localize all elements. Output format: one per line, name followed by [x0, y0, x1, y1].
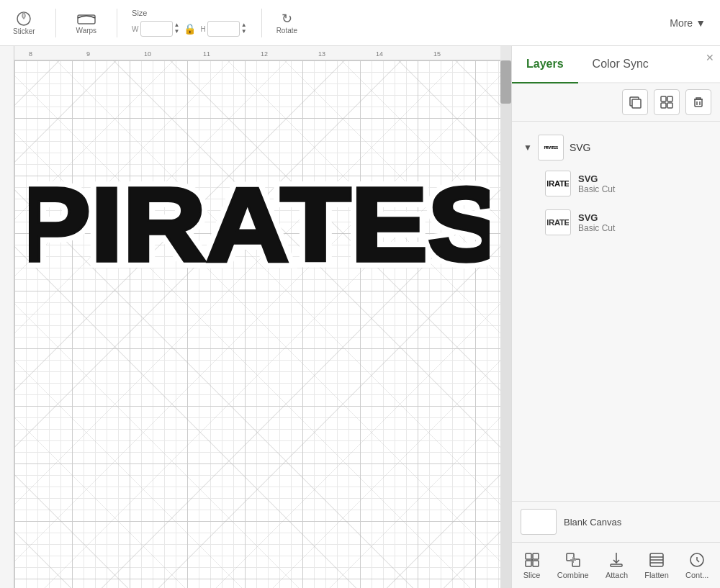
layer-1-thumbnail: PIRATES [545, 171, 571, 196]
svg-rect-7 [661, 96, 666, 101]
vertical-scrollbar[interactable] [500, 60, 511, 588]
svg-rect-10 [667, 103, 672, 108]
panel-close-icon[interactable]: ✕ [706, 52, 714, 63]
blank-canvas-thumbnail [521, 509, 557, 535]
more-button[interactable]: More ▼ [670, 17, 706, 29]
separator-3 [261, 9, 262, 37]
svg-text:PIRATES: PIRATES [547, 218, 569, 227]
svg-rect-17 [533, 553, 539, 559]
layer-2-thumbnail: PIRATES [545, 209, 571, 235]
group-layer-button[interactable] [654, 89, 680, 115]
cont-button[interactable]: Cont... [680, 548, 714, 582]
height-input[interactable] [207, 21, 240, 37]
layer-list: ▼ PIRATES SVG PIRATES SVG Basic Cut [512, 122, 720, 501]
rotate-tool[interactable]: ↻ Rotate [276, 11, 297, 35]
panel-tabs: Layers Color Sync ✕ [512, 46, 720, 83]
svg-rect-16 [526, 553, 531, 559]
canvas-area[interactable]: 8 9 10 11 12 13 14 15 [0, 46, 511, 588]
combine-label: Combine [557, 571, 589, 579]
add-layer-button[interactable] [622, 89, 648, 115]
svg-rect-9 [661, 103, 666, 108]
svg-text:PIRATES: PIRATES [547, 179, 569, 188]
svg-text:PIRATES: PIRATES [29, 167, 490, 283]
layer-group-svg[interactable]: ▼ PIRATES SVG [519, 129, 713, 166]
width-input-group: W ▲ ▼ [132, 21, 179, 37]
layer-1-info: SVG Basic Cut [578, 173, 615, 194]
ruler-vertical [0, 46, 14, 588]
color-sync-tab-label: Color Sync [593, 58, 649, 70]
size-label: Size [132, 9, 247, 17]
separator-1 [55, 9, 56, 37]
layer-2-info: SVG Basic Cut [578, 212, 615, 233]
pirates-design[interactable]: PIRATES PIRATES PIRATES [29, 140, 482, 298]
layer-2-title: SVG [578, 212, 615, 223]
svg-rect-8 [667, 96, 672, 101]
ruler-horizontal: 8 9 10 11 12 13 14 15 [0, 46, 500, 60]
attach-button[interactable]: Attach [600, 548, 634, 582]
more-chevron-icon: ▼ [696, 17, 706, 29]
lock-icon[interactable]: 🔒 [184, 23, 196, 35]
warp-tool[interactable]: Warps [71, 11, 103, 35]
ruler-marks: 8 9 10 11 12 13 14 15 [14, 46, 500, 60]
bottom-toolbar: Slice Combine Attach [512, 542, 720, 588]
blank-canvas-label: Blank Canvas [564, 517, 621, 528]
cont-label: Cont... [685, 571, 708, 579]
scrollbar-thumb[interactable] [500, 60, 511, 104]
slice-label: Slice [523, 571, 541, 579]
layers-tab-label: Layers [526, 58, 564, 70]
design-canvas[interactable]: PIRATES PIRATES PIRATES [14, 60, 500, 588]
layer-1-title: SVG [578, 173, 615, 184]
more-label: More [670, 17, 693, 29]
layer-children: PIRATES SVG Basic Cut PIRATES [541, 166, 713, 240]
delete-layer-button[interactable] [685, 89, 711, 115]
layer-item-1[interactable]: PIRATES SVG Basic Cut [541, 166, 713, 201]
group-name-label: SVG [570, 142, 591, 153]
combine-button[interactable]: Combine [552, 548, 595, 582]
layer-2-subtitle: Basic Cut [578, 223, 615, 233]
rotate-label: Rotate [276, 27, 297, 35]
group-thumbnail: PIRATES [538, 135, 564, 160]
svg-rect-6 [632, 99, 641, 108]
flatten-label: Flatten [644, 571, 669, 579]
width-down-arrow[interactable]: ▼ [174, 29, 180, 35]
tab-color-sync[interactable]: Color Sync [578, 46, 663, 82]
main-area: 8 9 10 11 12 13 14 15 [0, 46, 720, 588]
attach-label: Attach [606, 571, 628, 579]
right-panel: Layers Color Sync ✕ [511, 46, 720, 588]
width-input[interactable] [140, 21, 173, 37]
height-down-arrow[interactable]: ▼ [241, 29, 247, 35]
slice-button[interactable]: Slice [518, 548, 546, 582]
blank-canvas-section: Blank Canvas [512, 501, 720, 542]
warp-label: Warps [76, 27, 97, 35]
svg-rect-18 [526, 561, 531, 566]
separator-2 [117, 9, 117, 37]
sticker-label: Sticker [13, 27, 35, 35]
svg-rect-11 [695, 99, 702, 107]
group-chevron-icon: ▼ [523, 143, 532, 153]
height-input-group: H ▲ ▼ [200, 21, 246, 37]
layer-item-2[interactable]: PIRATES SVG Basic Cut [541, 205, 713, 240]
svg-rect-24 [611, 564, 622, 566]
svg-rect-19 [533, 561, 539, 566]
tab-layers[interactable]: Layers [512, 46, 578, 82]
layer-1-subtitle: Basic Cut [578, 184, 615, 194]
layer-toolbar [512, 83, 720, 122]
sticker-tool[interactable]: Sticker [7, 10, 41, 35]
flatten-button[interactable]: Flatten [639, 548, 675, 582]
size-group: Size W ▲ ▼ 🔒 H ▲ ▼ [132, 9, 247, 37]
main-toolbar: Sticker Warps Size W ▲ ▼ 🔒 H [0, 0, 720, 46]
